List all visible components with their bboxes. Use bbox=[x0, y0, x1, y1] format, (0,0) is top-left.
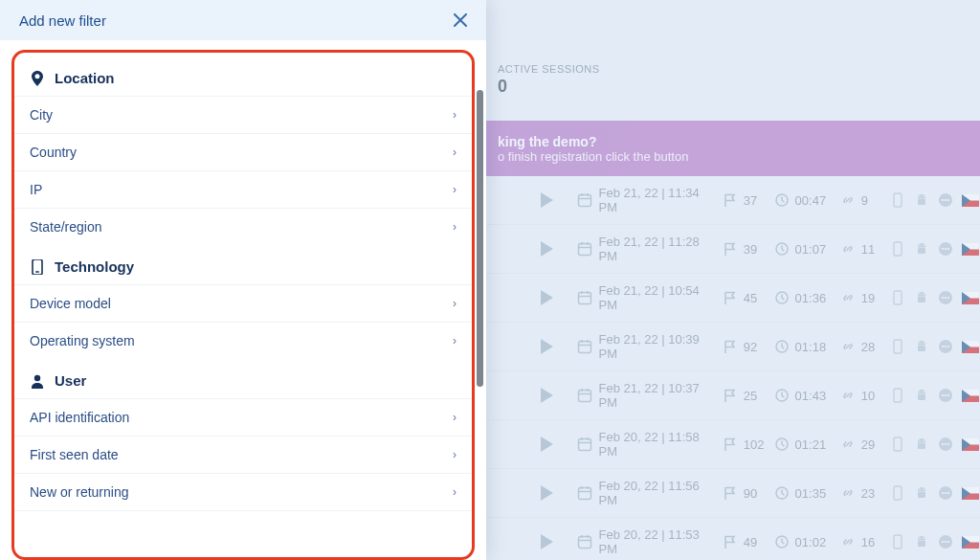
filter-row[interactable]: Device model› bbox=[14, 284, 472, 322]
country-flag-icon bbox=[962, 292, 979, 304]
chevron-right-icon: › bbox=[453, 448, 457, 461]
duration: 00:47 bbox=[795, 193, 827, 208]
active-sessions-block: ACTIVE SESSIONS 0 bbox=[498, 63, 600, 97]
clock-icon bbox=[774, 290, 790, 305]
session-date: Feb 20, 22 | 11:58 PM bbox=[598, 430, 716, 459]
filter-label: City bbox=[30, 107, 53, 123]
android-icon bbox=[914, 192, 929, 208]
chevron-right-icon: › bbox=[453, 220, 457, 234]
section-title: User bbox=[55, 372, 86, 389]
scrollbar-thumb[interactable] bbox=[477, 90, 483, 387]
duration: 01:36 bbox=[795, 291, 827, 305]
country-flag-icon bbox=[962, 438, 979, 451]
flag-count: 90 bbox=[744, 486, 757, 501]
dots-icon bbox=[938, 339, 953, 354]
android-icon bbox=[914, 241, 929, 257]
filter-row[interactable]: Operating system› bbox=[14, 322, 472, 359]
session-date: Feb 21, 22 | 11:34 PM bbox=[598, 186, 716, 214]
link-count: 28 bbox=[861, 340, 875, 354]
duration: 01:18 bbox=[795, 340, 827, 354]
panel-header: Add new filter bbox=[0, 0, 486, 40]
play-icon[interactable] bbox=[541, 437, 571, 452]
clock-icon bbox=[774, 534, 790, 549]
section-title: Location bbox=[55, 70, 115, 86]
calendar-icon bbox=[577, 534, 592, 549]
phone-icon bbox=[890, 192, 905, 208]
close-icon[interactable] bbox=[454, 13, 467, 27]
filter-label: Operating system bbox=[30, 333, 135, 348]
play-icon[interactable] bbox=[541, 534, 571, 549]
filter-label: API identification bbox=[30, 410, 129, 425]
filter-row[interactable]: New or returning› bbox=[14, 473, 472, 511]
flag-icon bbox=[723, 485, 738, 501]
duration: 01:43 bbox=[795, 389, 827, 403]
country-flag-icon bbox=[962, 487, 979, 500]
calendar-icon bbox=[577, 290, 592, 305]
phone-icon bbox=[890, 388, 905, 403]
flag-icon bbox=[723, 290, 738, 305]
play-icon[interactable] bbox=[541, 339, 571, 354]
android-icon bbox=[914, 534, 929, 549]
flag-count: 102 bbox=[744, 437, 765, 452]
session-date: Feb 20, 22 | 11:56 PM bbox=[598, 479, 716, 507]
flag-count: 37 bbox=[744, 193, 757, 208]
filter-row[interactable]: API identification› bbox=[14, 398, 472, 436]
banner-line1: king the demo? bbox=[498, 134, 980, 149]
dots-icon bbox=[938, 290, 953, 305]
link-icon bbox=[840, 437, 856, 452]
link-icon bbox=[840, 534, 856, 549]
country-flag-icon bbox=[962, 243, 979, 256]
phone-icon bbox=[30, 259, 45, 275]
clock-icon bbox=[774, 339, 790, 354]
link-icon bbox=[840, 241, 856, 257]
phone-icon bbox=[890, 534, 905, 549]
filter-sections[interactable]: LocationCity›Country›IP›State/region›Tec… bbox=[14, 56, 472, 557]
banner-line2: o finish registration click the button bbox=[498, 149, 980, 164]
phone-icon bbox=[890, 241, 905, 257]
filter-row[interactable]: City› bbox=[14, 96, 472, 133]
play-icon[interactable] bbox=[541, 192, 571, 208]
calendar-icon bbox=[577, 339, 592, 354]
country-flag-icon bbox=[962, 536, 979, 549]
link-count: 11 bbox=[861, 242, 875, 257]
filter-row[interactable]: IP› bbox=[14, 170, 472, 208]
play-icon[interactable] bbox=[541, 290, 571, 305]
pin-icon bbox=[30, 71, 45, 86]
session-date: Feb 21, 22 | 10:39 PM bbox=[598, 332, 716, 361]
android-icon bbox=[914, 437, 929, 452]
flag-count: 92 bbox=[744, 340, 757, 354]
link-count: 16 bbox=[861, 535, 875, 549]
panel-title: Add new filter bbox=[19, 12, 106, 29]
highlight-box: LocationCity›Country›IP›State/region›Tec… bbox=[11, 50, 475, 560]
chevron-right-icon: › bbox=[453, 183, 457, 196]
chevron-right-icon: › bbox=[453, 146, 457, 159]
link-count: 29 bbox=[861, 437, 875, 452]
country-flag-icon bbox=[962, 390, 979, 402]
filter-row[interactable]: Country› bbox=[14, 133, 472, 170]
active-sessions-value: 0 bbox=[498, 77, 600, 97]
duration: 01:07 bbox=[795, 242, 827, 257]
flag-icon bbox=[723, 192, 738, 208]
phone-icon bbox=[890, 437, 905, 452]
phone-icon bbox=[890, 339, 905, 354]
filter-label: First seen date bbox=[30, 447, 119, 462]
calendar-icon bbox=[577, 192, 592, 208]
play-icon[interactable] bbox=[541, 241, 571, 257]
filter-label: Country bbox=[30, 145, 77, 160]
filter-row[interactable]: State/region› bbox=[14, 208, 472, 245]
dots-icon bbox=[938, 192, 953, 208]
flag-icon bbox=[723, 339, 738, 354]
link-count: 19 bbox=[861, 291, 875, 305]
filter-row[interactable]: First seen date› bbox=[14, 436, 472, 473]
clock-icon bbox=[774, 192, 790, 208]
link-count: 9 bbox=[861, 193, 868, 208]
link-icon bbox=[840, 290, 856, 305]
session-date: Feb 21, 22 | 11:28 PM bbox=[598, 235, 716, 263]
duration: 01:02 bbox=[795, 535, 827, 549]
play-icon[interactable] bbox=[541, 485, 571, 501]
android-icon bbox=[914, 339, 929, 354]
clock-icon bbox=[774, 241, 790, 257]
dots-icon bbox=[938, 388, 953, 403]
play-icon[interactable] bbox=[541, 388, 571, 403]
clock-icon bbox=[774, 485, 790, 501]
